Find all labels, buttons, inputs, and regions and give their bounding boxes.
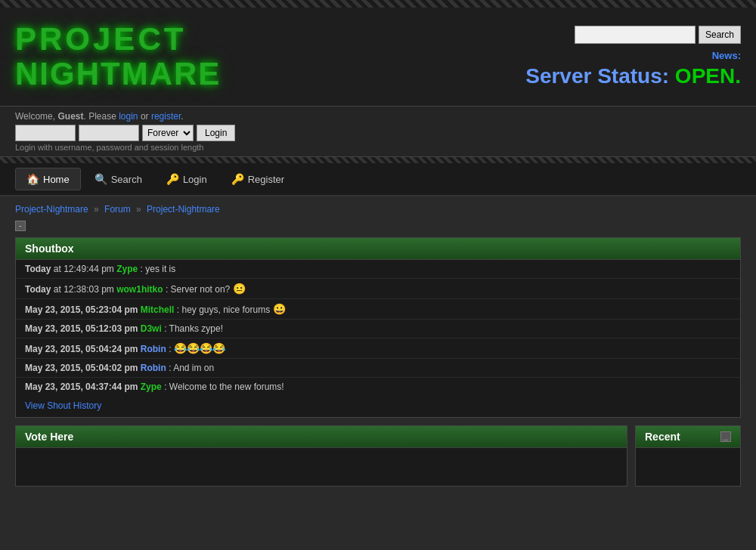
- recent-panel-minimize[interactable]: _: [720, 431, 731, 442]
- breadcrumb: Project-Nightmare » Forum » Project-Nigh…: [15, 204, 741, 215]
- shout-message: : hey guys, nice forums: [177, 304, 273, 315]
- shout-entry: May 23, 2015, 05:12:03 pm D3wi : Thanks …: [16, 320, 740, 338]
- shout-entry: May 23, 2015, 04:37:44 pm Zype : Welcome…: [16, 378, 740, 396]
- session-select[interactable]: Forever: [142, 125, 194, 141]
- nav-label-home: Home: [43, 174, 70, 185]
- shout-message: : Welcome to the new forums!: [164, 382, 284, 392]
- login-button[interactable]: Login: [197, 125, 235, 141]
- shout-time: Today: [25, 284, 51, 295]
- recent-panel-title: Recent: [645, 431, 680, 443]
- login-bar: Welcome, Guest. Please login or register…: [0, 106, 756, 157]
- shout-emoji: 😀: [273, 303, 286, 315]
- shout-message: :: [169, 344, 174, 354]
- breadcrumb-link-2[interactable]: Forum: [104, 204, 131, 215]
- logo-line2: NIGHTMARE: [15, 57, 221, 91]
- shout-time: May 23, 2015, 05:12:03 pm: [25, 323, 138, 334]
- shout-time: May 23, 2015, 04:37:44 pm: [25, 382, 138, 392]
- login-form-row: Forever Login: [15, 125, 741, 141]
- or-text: or: [138, 111, 151, 122]
- shout-message: : yes it is: [141, 264, 176, 274]
- nav-label-register: Register: [248, 174, 284, 185]
- shout-user: Zype: [141, 382, 162, 392]
- shout-entry: May 23, 2015, 05:23:04 pm Mitchell : hey…: [16, 299, 740, 320]
- welcome-text: Welcome, Guest. Please login or register…: [15, 111, 741, 122]
- login-link[interactable]: login: [119, 111, 138, 122]
- bottom-panels: Vote Here Recent _: [15, 425, 741, 487]
- header-search-button[interactable]: Search: [699, 26, 741, 44]
- register-link[interactable]: register: [151, 111, 181, 122]
- view-shout-history-link[interactable]: View Shout History: [25, 400, 101, 411]
- register-icon: 🔑: [231, 173, 244, 185]
- vote-panel-body: [16, 448, 627, 486]
- nav-item-login[interactable]: 🔑 Login: [156, 168, 218, 190]
- welcome-suffix: .: [181, 111, 183, 122]
- vote-panel: Vote Here: [15, 425, 627, 487]
- shout-user: Robin: [141, 363, 166, 373]
- shout-time: May 23, 2015, 05:04:24 pm: [25, 344, 138, 354]
- top-decorative-bar: [0, 0, 756, 8]
- shout-message: : Server not on?: [166, 284, 233, 295]
- shout-entry: May 23, 2015, 05:04:02 pm Robin : And im…: [16, 359, 740, 378]
- shout-time: May 23, 2015, 05:04:02 pm: [25, 363, 138, 373]
- login-hint: Login with username, password and sessio…: [15, 143, 741, 152]
- vote-panel-title: Vote Here: [25, 431, 73, 443]
- home-icon: 🏠: [26, 173, 39, 185]
- main-content: Project-Nightmare » Forum » Project-Nigh…: [0, 196, 756, 494]
- shout-user: wow1hitko: [116, 284, 163, 295]
- shout-emoji: 😂😂😂😂: [174, 342, 225, 354]
- guest-username: Guest: [57, 111, 83, 122]
- vote-panel-header: Vote Here: [16, 426, 627, 448]
- breadcrumb-link-1[interactable]: Project-Nightmare: [15, 204, 88, 215]
- nav-item-search[interactable]: 🔍 Search: [84, 168, 153, 190]
- nav-item-home[interactable]: 🏠 Home: [15, 168, 81, 190]
- shout-time-detail: at 12:49:44 pm: [54, 264, 114, 274]
- site-logo: PROJECT NIGHTMARE: [15, 22, 221, 91]
- collapse-button[interactable]: -: [15, 221, 26, 231]
- bottom-decorative-bar: [0, 157, 756, 163]
- shout-entry: Today at 12:49:44 pm Zype : yes it is: [16, 260, 740, 279]
- shoutbox-container: Shoutbox Today at 12:49:44 pm Zype : yes…: [15, 237, 741, 418]
- breadcrumb-link-3[interactable]: Project-Nightmare: [147, 204, 220, 215]
- welcome-mid: . Please: [83, 111, 119, 122]
- nav-item-register[interactable]: 🔑 Register: [221, 168, 295, 190]
- logo-line1: PROJECT: [15, 22, 221, 57]
- key-icon: 🔑: [166, 173, 179, 185]
- recent-panel-body: [636, 448, 740, 486]
- shout-message: : And im on: [169, 363, 214, 373]
- shout-user: Zype: [116, 264, 138, 274]
- shout-time: Today: [25, 264, 51, 274]
- shout-user: Robin: [141, 344, 166, 354]
- nav-label-search: Search: [111, 174, 142, 185]
- shout-time-detail: at 12:38:03 pm: [54, 284, 114, 295]
- header-search-row: Search: [525, 26, 741, 44]
- header: PROJECT NIGHTMARE Search News: Server St…: [0, 8, 756, 106]
- shout-entry: May 23, 2015, 05:04:24 pm Robin : 😂😂😂😂: [16, 338, 740, 359]
- shout-message: : Thanks zype!: [164, 323, 223, 334]
- shout-user: Mitchell: [141, 304, 175, 315]
- breadcrumb-sep-2: »: [136, 204, 144, 215]
- news-label: News:: [525, 50, 741, 61]
- header-right: Search News: Server Status: OPEN.: [525, 26, 741, 88]
- logo-area: PROJECT NIGHTMARE: [15, 22, 221, 91]
- server-status-value: OPEN.: [675, 64, 741, 88]
- shout-emoji: 😐: [233, 283, 246, 295]
- recent-panel-header: Recent _: [636, 426, 740, 448]
- recent-panel: Recent _: [635, 425, 741, 487]
- nav-label-login: Login: [183, 174, 207, 185]
- shout-entry: Today at 12:38:03 pm wow1hitko : Server …: [16, 279, 740, 299]
- nav-bar: 🏠 Home 🔍 Search 🔑 Login 🔑 Register: [0, 163, 756, 196]
- username-input[interactable]: [15, 125, 76, 141]
- header-search-input[interactable]: [575, 26, 696, 44]
- server-status: Server Status: OPEN.: [525, 64, 741, 88]
- password-input[interactable]: [79, 125, 139, 141]
- shout-time: May 23, 2015, 05:23:04 pm: [25, 304, 138, 315]
- shoutbox-body: Today at 12:49:44 pm Zype : yes it is To…: [16, 260, 740, 396]
- shout-user: D3wi: [141, 323, 162, 334]
- breadcrumb-sep-1: »: [94, 204, 101, 215]
- shoutbox-header: Shoutbox: [16, 238, 740, 260]
- server-status-label: Server Status:: [525, 64, 669, 88]
- search-icon: 🔍: [94, 173, 107, 185]
- welcome-prefix: Welcome,: [15, 111, 57, 122]
- view-history-container: View Shout History: [16, 396, 740, 417]
